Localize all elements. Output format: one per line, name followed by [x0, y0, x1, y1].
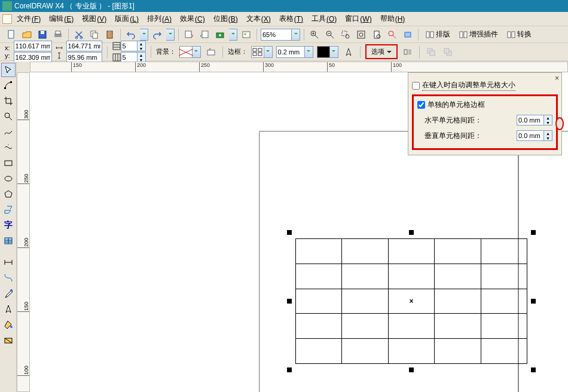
- center-marker[interactable]: ×: [409, 297, 413, 305]
- bg-color-dropdown[interactable]: [193, 46, 201, 58]
- menu-view[interactable]: 视图(V): [78, 13, 110, 25]
- menu-file[interactable]: 文件(F): [13, 13, 44, 25]
- bg-label: 背景：: [156, 47, 176, 56]
- refresh-icon[interactable]: [386, 28, 399, 41]
- table-tool[interactable]: [1, 234, 16, 248]
- menu-layout[interactable]: 版面(L): [111, 13, 142, 25]
- export-icon[interactable]: [198, 28, 211, 41]
- to-back-icon: [441, 45, 454, 59]
- menu-arrange[interactable]: 排列(A): [143, 13, 175, 25]
- print-icon[interactable]: [51, 28, 65, 41]
- freehand-tool[interactable]: [1, 125, 16, 139]
- smart-draw-tool[interactable]: [1, 140, 16, 155]
- bg-color-swatch[interactable]: [179, 46, 193, 58]
- selected-table[interactable]: ×: [295, 238, 527, 364]
- outline-pen-icon[interactable]: [342, 45, 355, 59]
- fullscreen-icon[interactable]: [401, 28, 414, 41]
- menu-bitmap[interactable]: 位图(B): [210, 13, 242, 25]
- zoom-in-icon[interactable]: [308, 28, 321, 41]
- menu-window[interactable]: 窗口(W): [341, 13, 375, 25]
- close-icon[interactable]: ×: [555, 74, 559, 82]
- resize-handle-n[interactable]: [409, 230, 414, 235]
- canvas[interactable]: × × 在键入时自动调整单元格大小 单独的单元格边框 水平单元格间距： ▲▼: [30, 72, 568, 392]
- fill-tool[interactable]: [1, 317, 16, 332]
- new-icon[interactable]: [5, 28, 18, 41]
- text-wrap-icon[interactable]: [401, 45, 414, 59]
- connector-tool[interactable]: [1, 271, 16, 285]
- crop-tool[interactable]: [1, 94, 16, 108]
- border-color-dropdown[interactable]: [330, 46, 338, 58]
- redo-dropdown[interactable]: [166, 29, 175, 41]
- border-width-input[interactable]: [276, 46, 305, 58]
- basic-shapes-tool[interactable]: [1, 203, 16, 217]
- app-launch-icon[interactable]: [213, 28, 227, 41]
- convert-button[interactable]: 转换: [503, 28, 535, 41]
- zoom-out-icon[interactable]: [323, 28, 337, 41]
- undo-icon[interactable]: [124, 28, 138, 41]
- width-input[interactable]: [66, 41, 102, 51]
- redo-icon[interactable]: [151, 28, 164, 41]
- resize-handle-ne[interactable]: [531, 230, 536, 235]
- h-gap-input[interactable]: [517, 115, 544, 125]
- zoom-page-icon[interactable]: [370, 28, 383, 41]
- import-icon[interactable]: [182, 28, 196, 41]
- svg-rect-4: [56, 31, 60, 34]
- document-menu-icon[interactable]: [2, 14, 12, 24]
- menu-text[interactable]: 文本(X): [243, 13, 274, 25]
- resize-handle-se[interactable]: [531, 368, 536, 372]
- options-button[interactable]: 选项: [365, 44, 398, 59]
- bg-edit-icon[interactable]: [204, 45, 218, 59]
- eyedropper-tool[interactable]: [1, 286, 16, 301]
- layout-button[interactable]: 排版: [422, 28, 453, 41]
- copy-icon[interactable]: [88, 28, 101, 41]
- welcome-icon[interactable]: [240, 28, 253, 41]
- menu-tools[interactable]: 工具(O): [308, 13, 340, 25]
- undo-dropdown[interactable]: [140, 29, 148, 41]
- polygon-tool[interactable]: [1, 187, 16, 201]
- interactive-fill-tool[interactable]: [1, 333, 16, 347]
- zoom-tool[interactable]: [1, 109, 16, 124]
- rows-spinner[interactable]: ▲▼: [138, 41, 146, 51]
- zoom-input[interactable]: [261, 29, 292, 41]
- ellipse-tool[interactable]: [1, 172, 16, 186]
- resize-handle-w[interactable]: [287, 299, 292, 304]
- app-launch-dropdown[interactable]: [229, 29, 237, 41]
- paste-icon[interactable]: [103, 28, 117, 41]
- rows-input[interactable]: [121, 41, 138, 51]
- zoom-all-icon[interactable]: [355, 28, 368, 41]
- rectangle-tool[interactable]: [1, 156, 16, 170]
- outline-tool[interactable]: [1, 302, 16, 316]
- height-icon: [56, 52, 63, 59]
- shape-tool[interactable]: [1, 78, 16, 93]
- sep-border-checkbox[interactable]: [417, 101, 425, 109]
- border-style-dropdown[interactable]: [264, 46, 273, 58]
- v-gap-input[interactable]: [517, 130, 544, 141]
- enhance-button[interactable]: 增强插件: [456, 28, 501, 41]
- pick-tool[interactable]: [1, 63, 16, 77]
- dimension-tool[interactable]: [1, 255, 16, 270]
- border-style-swatch[interactable]: [251, 46, 264, 58]
- cut-icon[interactable]: [72, 28, 85, 41]
- border-width-dropdown[interactable]: [305, 46, 313, 58]
- menu-effect[interactable]: 效果(C): [176, 13, 209, 25]
- resize-handle-sw[interactable]: [287, 368, 292, 372]
- menu-table[interactable]: 表格(T): [276, 13, 307, 25]
- save-icon[interactable]: [36, 28, 49, 41]
- x-coord-input[interactable]: [14, 41, 52, 51]
- zoom-dropdown[interactable]: [292, 29, 300, 41]
- resize-handle-nw[interactable]: [287, 230, 292, 235]
- text-tool[interactable]: 字: [1, 218, 16, 232]
- zoom-sel-icon[interactable]: [339, 28, 352, 41]
- open-icon[interactable]: [20, 28, 33, 41]
- horizontal-ruler[interactable]: 150 200 250 300 50 100: [30, 62, 568, 72]
- menu-help[interactable]: 帮助(H): [377, 13, 409, 25]
- resize-handle-e[interactable]: [531, 299, 536, 304]
- vertical-ruler[interactable]: 300 250 200 150 100: [17, 72, 30, 392]
- resize-handle-s[interactable]: [409, 368, 414, 372]
- v-gap-spinner[interactable]: ▲▼: [544, 130, 552, 141]
- menu-edit[interactable]: 编辑(E): [45, 13, 77, 25]
- border-color-swatch[interactable]: [317, 46, 330, 58]
- h-gap-spinner[interactable]: ▲▼: [544, 115, 552, 125]
- auto-resize-checkbox[interactable]: [412, 82, 420, 90]
- svg-rect-50: [4, 87, 6, 89]
